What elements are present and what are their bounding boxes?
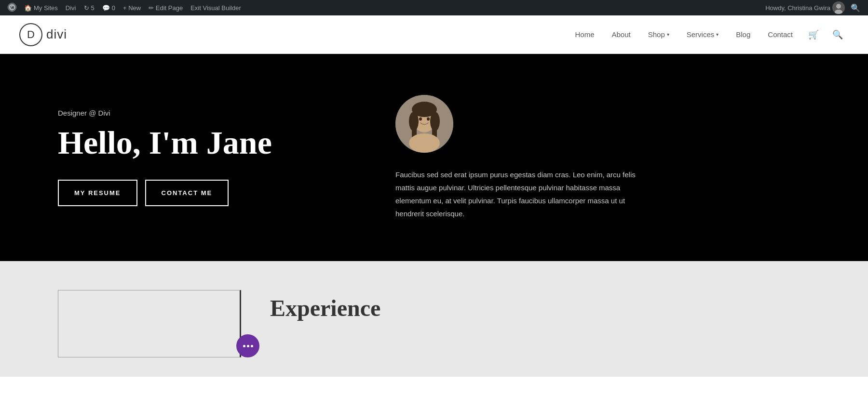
site-header: D divi Home About Shop ▾ Services ▾ Blog… (0, 15, 868, 54)
profile-avatar (395, 95, 453, 153)
exit-builder-button[interactable]: Exit Visual Builder (187, 0, 245, 15)
hero-subtitle: Designer @ Divi (58, 109, 366, 117)
svg-point-12 (419, 118, 422, 121)
contact-button[interactable]: CONTACT ME (145, 180, 229, 206)
hero-title: Hello, I'm Jane (58, 125, 366, 161)
cart-icon[interactable]: 🛒 (802, 26, 825, 44)
purple-chat-bubble[interactable] (236, 334, 259, 357)
comments-button[interactable]: 💬 0 (98, 0, 119, 15)
nav-contact[interactable]: Contact (760, 26, 800, 42)
exit-builder-label: Exit Visual Builder (190, 4, 241, 12)
user-avatar[interactable] (832, 1, 845, 14)
bubble-dot-1 (243, 345, 245, 347)
hero-buttons: MY RESUME CONTACT ME (58, 180, 366, 206)
nav-shop[interactable]: Shop ▾ (640, 26, 677, 42)
hero-bio: Faucibus sed sed erat ipsum purus egesta… (395, 168, 637, 220)
updates-icon: ↻ (84, 4, 89, 12)
new-content-button[interactable]: + New (119, 0, 145, 15)
logo-text: divi (46, 27, 67, 42)
admin-bar: 🏠 My Sites Divi ↻ 5 💬 0 + New ✏ Edit Pag… (0, 0, 868, 15)
logo[interactable]: D divi (19, 23, 67, 46)
comments-count: 0 (112, 4, 115, 12)
svg-point-2 (836, 4, 841, 9)
resume-button[interactable]: MY RESUME (58, 180, 137, 206)
bubble-dot-3 (251, 345, 253, 347)
experience-card-placeholder (58, 290, 241, 357)
divi-label: Divi (66, 4, 76, 12)
hero-right-content: Faucibus sed sed erat ipsum purus egesta… (366, 95, 810, 220)
hero-left-content: Designer @ Divi Hello, I'm Jane MY RESUM… (58, 109, 366, 207)
nav-about[interactable]: About (604, 26, 638, 42)
new-label: + New (123, 4, 141, 12)
hero-section: Designer @ Divi Hello, I'm Jane MY RESUM… (0, 54, 868, 261)
comments-icon: 💬 (102, 4, 110, 12)
divi-button[interactable]: Divi (62, 0, 80, 15)
experience-title: Experience (270, 295, 380, 321)
admin-search-icon[interactable]: 🔍 (847, 3, 864, 13)
below-hero-section: Experience (0, 261, 868, 377)
logo-icon: D (19, 23, 42, 46)
nav-search-icon[interactable]: 🔍 (827, 26, 849, 44)
nav-home[interactable]: Home (567, 26, 602, 42)
nav-blog[interactable]: Blog (728, 26, 758, 42)
svg-point-11 (409, 133, 440, 153)
my-sites-button[interactable]: 🏠 My Sites (20, 0, 62, 15)
bubble-dots (243, 345, 253, 347)
experience-right: Experience (270, 290, 380, 321)
wp-logo-button[interactable] (4, 0, 20, 15)
admin-bar-right: Howdy, Christina Gwira 🔍 (765, 1, 864, 14)
edit-label: ✏ Edit Page (149, 4, 183, 12)
wp-icon (8, 3, 16, 13)
nav-services[interactable]: Services ▾ (679, 26, 727, 42)
updates-count: 5 (91, 4, 95, 12)
updates-button[interactable]: ↻ 5 (80, 0, 98, 15)
my-sites-label: My Sites (34, 4, 58, 12)
main-nav: Home About Shop ▾ Services ▾ Blog Contac… (567, 26, 849, 44)
howdy-label: Howdy, Christina Gwira (765, 4, 830, 12)
svg-point-13 (427, 118, 430, 121)
edit-page-button[interactable]: ✏ Edit Page (145, 0, 187, 15)
bubble-dot-2 (247, 345, 249, 347)
my-sites-icon: 🏠 (24, 4, 32, 12)
shop-dropdown-arrow: ▾ (667, 32, 669, 37)
services-dropdown-arrow: ▾ (716, 32, 719, 37)
experience-area: Experience (58, 290, 810, 357)
